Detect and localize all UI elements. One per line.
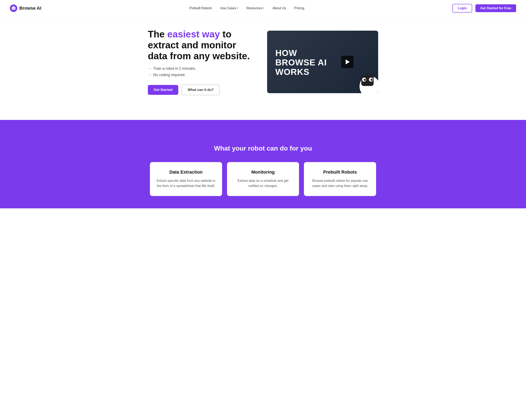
logo-text: Browse AI	[19, 6, 41, 11]
login-button[interactable]: Login	[452, 4, 472, 12]
nav-link-pricing[interactable]: Pricing	[294, 6, 304, 10]
nav-link-about[interactable]: About Us	[273, 6, 286, 10]
svg-point-13	[367, 70, 369, 72]
nav-link-use-cases[interactable]: Use Cases ▾	[220, 6, 238, 10]
wave-top	[0, 120, 526, 136]
hero-cta: Get Started What can it do?	[148, 84, 255, 95]
wave-section: What your robot can do for you Data Extr…	[0, 120, 526, 208]
video-overlay-text: HOW BROWSE AI WORKS	[275, 48, 327, 77]
svg-point-10	[364, 79, 366, 81]
get-started-button[interactable]: Get Started for Free	[475, 4, 516, 12]
nav-item-use-cases[interactable]: Use Cases ▾	[220, 6, 238, 10]
bullet-2: → No coding required.	[148, 73, 255, 77]
nav-item-prebuilt-robots[interactable]: Prebuilt Robots	[189, 6, 212, 10]
hero-section: The easiest way to extract and monitor d…	[132, 16, 394, 112]
logo-icon	[10, 5, 17, 12]
bullet-1: → Train a robot in 2 minutes.	[148, 66, 255, 71]
nav-link-prebuilt-robots[interactable]: Prebuilt Robots	[189, 6, 212, 10]
hero-bullets: → Train a robot in 2 minutes. → No codin…	[148, 66, 255, 77]
card-title-prebuilt: Prebuilt Robots	[311, 169, 370, 175]
video-thumbnail[interactable]: HOW BROWSE AI WORKS	[267, 31, 378, 93]
title-prefix: The	[148, 29, 167, 40]
svg-point-5	[13, 6, 14, 7]
nav-item-about[interactable]: About Us	[273, 6, 286, 10]
hero-title: The easiest way to extract and monitor d…	[148, 29, 255, 61]
hero-right: HOW BROWSE AI WORKS	[267, 31, 378, 93]
svg-point-11	[371, 79, 373, 81]
card-desc-monitoring: Extract data on a schedule and get notif…	[233, 178, 293, 189]
arrow-icon-1: →	[148, 66, 152, 71]
nav-links: Prebuilt Robots Use Cases ▾ Resources ▾ …	[189, 6, 304, 10]
nav-link-resources[interactable]: Resources ▾	[247, 6, 264, 10]
logo-link[interactable]: Browse AI	[10, 5, 41, 12]
hero-left: The easiest way to extract and monitor d…	[148, 29, 255, 95]
navbar: Browse AI Prebuilt Robots Use Cases ▾ Re…	[0, 0, 526, 16]
svg-rect-1	[12, 7, 15, 10]
features-heading: What your robot can do for you	[16, 144, 510, 152]
feature-card-monitoring: Monitoring Extract data on a schedule an…	[227, 162, 299, 196]
arrow-icon-2: →	[148, 73, 152, 77]
feature-cards-grid: Data Extraction Extract specific data fr…	[150, 162, 376, 196]
title-highlight: easiest way	[167, 29, 220, 40]
nav-item-pricing[interactable]: Pricing	[294, 6, 304, 10]
svg-point-2	[12, 8, 13, 9]
hero-get-started-button[interactable]: Get Started	[148, 85, 178, 95]
card-desc-extraction: Extract specific data from any website i…	[156, 178, 215, 189]
chevron-down-icon: ▾	[263, 7, 264, 10]
card-title-monitoring: Monitoring	[233, 169, 293, 175]
svg-point-3	[14, 8, 15, 9]
feature-card-prebuilt: Prebuilt Robots Browse prebuilt robots f…	[304, 162, 376, 196]
card-title-extraction: Data Extraction	[156, 169, 215, 175]
play-icon	[346, 60, 350, 64]
hero-what-button[interactable]: What can it do?	[182, 84, 220, 95]
chevron-down-icon: ▾	[237, 7, 238, 10]
play-button[interactable]	[341, 56, 354, 68]
nav-item-resources[interactable]: Resources ▾	[247, 6, 264, 10]
purple-section: What your robot can do for you Data Extr…	[0, 136, 526, 208]
card-desc-prebuilt: Browse prebuilt robots for popular use c…	[311, 178, 370, 189]
feature-card-extraction: Data Extraction Extract specific data fr…	[150, 162, 222, 196]
nav-actions: Login Get Started for Free	[452, 4, 516, 12]
